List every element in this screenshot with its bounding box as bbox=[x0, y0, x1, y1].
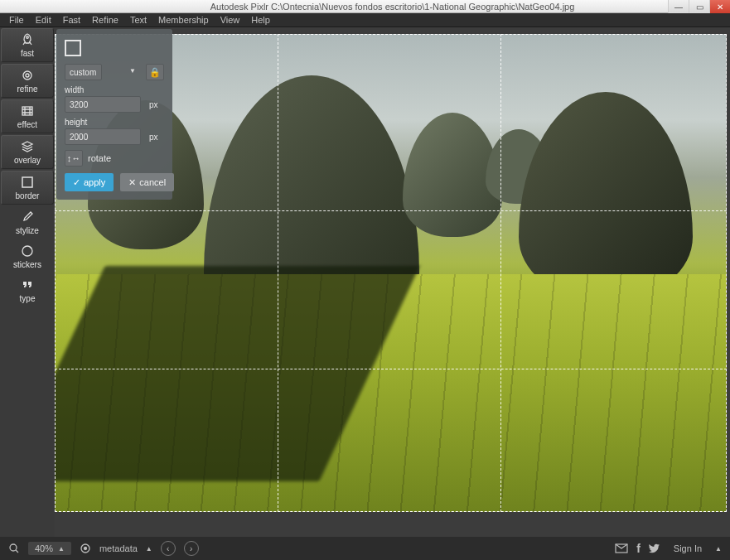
mail-icon[interactable] bbox=[615, 543, 628, 553]
tool-label: border bbox=[16, 191, 40, 200]
cancel-button[interactable]: ✕ cancel bbox=[120, 173, 174, 191]
tool-label: type bbox=[20, 294, 36, 303]
menu-text[interactable]: Text bbox=[124, 13, 152, 27]
svg-point-2 bbox=[26, 74, 29, 77]
width-input[interactable] bbox=[65, 96, 141, 113]
tool-refine[interactable]: refine bbox=[1, 64, 54, 98]
status-bar: 40%▲ metadata ▲ ‹ › f Sign In ▲ bbox=[0, 537, 730, 560]
border-icon bbox=[20, 175, 35, 190]
metadata-label[interactable]: metadata bbox=[99, 543, 138, 553]
tool-fast[interactable]: fast bbox=[1, 28, 54, 62]
crop-icon bbox=[65, 40, 81, 56]
tool-label: stylize bbox=[16, 226, 39, 235]
menu-refine[interactable]: Refine bbox=[86, 13, 124, 27]
tool-overlay[interactable]: overlay bbox=[1, 135, 54, 169]
svg-rect-4 bbox=[22, 177, 32, 187]
tool-label: fast bbox=[21, 49, 34, 58]
signin-expand[interactable]: ▲ bbox=[715, 545, 722, 553]
svg-rect-3 bbox=[22, 107, 32, 115]
svg-point-1 bbox=[23, 71, 31, 80]
tool-effect[interactable]: effect bbox=[1, 99, 54, 133]
width-label: width bbox=[65, 85, 164, 94]
title-bar: Autodesk Pixlr C:\Ontecnia\Nuevos fondos… bbox=[0, 0, 730, 13]
tool-label: overlay bbox=[14, 156, 41, 165]
svg-point-0 bbox=[27, 36, 29, 39]
tool-border[interactable]: border bbox=[1, 171, 54, 205]
rocket-icon bbox=[20, 32, 35, 47]
sticker-icon bbox=[20, 244, 35, 258]
film-icon bbox=[20, 104, 35, 118]
signin-link[interactable]: Sign In bbox=[674, 543, 702, 553]
menu-edit[interactable]: Edit bbox=[30, 13, 57, 27]
search-icon[interactable] bbox=[8, 543, 20, 554]
apply-button[interactable]: ✓ apply bbox=[65, 173, 114, 191]
tool-stylize[interactable]: stylize bbox=[0, 205, 55, 239]
brush-icon bbox=[20, 210, 35, 224]
crop-panel: custom 🔒 width px height px ↕↔ rotate ✓ … bbox=[56, 29, 172, 200]
metadata-expand[interactable]: ▲ bbox=[146, 545, 152, 553]
target-icon bbox=[20, 68, 35, 83]
height-input[interactable] bbox=[65, 128, 141, 145]
close-button[interactable]: ✕ bbox=[709, 0, 730, 13]
tool-type[interactable]: type bbox=[0, 273, 55, 307]
width-unit: px bbox=[149, 100, 158, 109]
menu-help[interactable]: Help bbox=[245, 13, 276, 27]
tool-label: refine bbox=[17, 84, 37, 94]
prev-button[interactable]: ‹ bbox=[161, 541, 176, 556]
crop-preset-select[interactable]: custom bbox=[65, 64, 102, 80]
facebook-icon[interactable]: f bbox=[636, 542, 641, 555]
tool-sidebar: fast refine effect overlay border styliz… bbox=[0, 27, 55, 537]
rotate-label: rotate bbox=[88, 153, 111, 163]
rotate-button[interactable]: ↕↔ bbox=[65, 150, 83, 167]
height-unit: px bbox=[149, 133, 158, 142]
layers-icon bbox=[20, 139, 35, 154]
menu-fast[interactable]: Fast bbox=[57, 13, 86, 27]
svg-point-6 bbox=[10, 544, 17, 551]
menu-membership[interactable]: Membership bbox=[152, 13, 215, 27]
minimize-button[interactable]: — bbox=[668, 0, 689, 13]
window-title: Autodesk Pixlr C:\Ontecnia\Nuevos fondos… bbox=[55, 2, 730, 12]
twitter-icon[interactable] bbox=[649, 543, 660, 554]
svg-point-8 bbox=[84, 548, 86, 550]
menu-file[interactable]: File bbox=[3, 13, 30, 27]
tool-label: stickers bbox=[13, 260, 41, 269]
zoom-level[interactable]: 40%▲ bbox=[28, 542, 71, 555]
maximize-button[interactable]: ▭ bbox=[689, 0, 709, 13]
menu-bar: File Edit Fast Refine Text Membership Vi… bbox=[0, 13, 730, 27]
height-label: height bbox=[65, 118, 164, 127]
next-button[interactable]: › bbox=[184, 541, 199, 556]
aspect-lock-button[interactable]: 🔒 bbox=[146, 64, 164, 80]
menu-view[interactable]: View bbox=[215, 13, 246, 27]
tool-stickers[interactable]: stickers bbox=[0, 239, 55, 273]
tool-label: effect bbox=[17, 120, 37, 129]
quote-icon bbox=[20, 278, 35, 292]
metadata-icon[interactable] bbox=[80, 543, 91, 554]
